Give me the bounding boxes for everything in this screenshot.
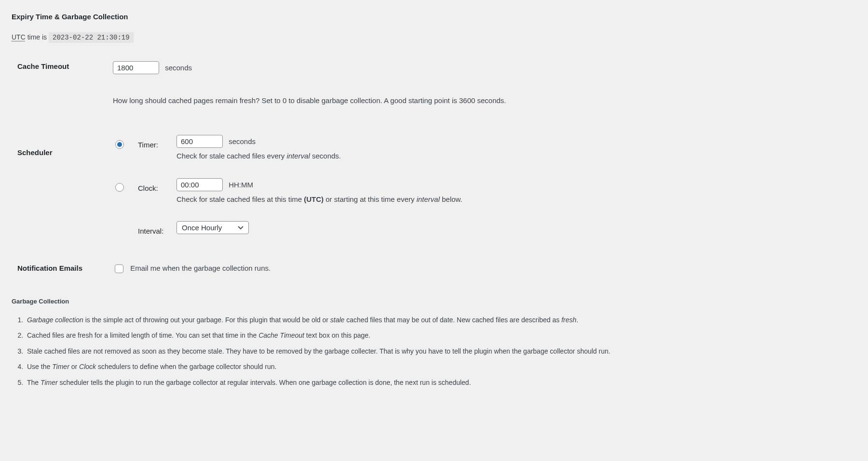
notification-emails-text: Email me when the garbage collection run… [130, 264, 271, 272]
scheduler-timer-radio[interactable] [115, 140, 124, 149]
cache-timeout-input[interactable] [113, 61, 159, 74]
list-item: Stale cached files are not removed as so… [25, 346, 856, 356]
cache-timeout-description: How long should cached pages remain fres… [113, 95, 852, 106]
notification-emails-label: Notification Emails [12, 242, 108, 279]
scheduler-label: Scheduler [12, 111, 108, 242]
scheduler-clock-radio[interactable] [115, 183, 124, 192]
scheduler-clock-help: Check for stale cached files at this tim… [176, 194, 462, 205]
scheduler-clock-unit: HH:MM [229, 181, 253, 189]
list-item: Cached files are fresh for a limited len… [25, 330, 856, 341]
scheduler-timer-label: Timer: [138, 135, 176, 178]
scheduler-interval-select[interactable]: Once Hourly [176, 221, 249, 234]
cache-timeout-unit: seconds [165, 64, 192, 72]
list-item: Garbage collection is the simple act of … [25, 315, 856, 325]
scheduler-clock-input[interactable] [176, 178, 223, 191]
utc-label: time is [26, 33, 49, 41]
cache-timeout-label: Cache Timeout [12, 56, 108, 111]
garbage-collection-heading: Garbage Collection [12, 297, 856, 306]
list-item: Use the Timer or Clock schedulers to def… [25, 361, 856, 372]
utc-time-value: 2023-02-22 21:30:19 [49, 32, 134, 43]
utc-abbr: UTC [12, 33, 26, 41]
list-item: The Timer scheduler tells the plugin to … [25, 377, 856, 388]
scheduler-clock-label: Clock: [138, 178, 176, 222]
notification-emails-option[interactable]: Email me when the garbage collection run… [113, 264, 271, 272]
scheduler-timer-input[interactable] [176, 135, 223, 148]
expiry-heading: Expiry Time & Garbage Collection [12, 12, 856, 23]
notification-emails-checkbox[interactable] [115, 264, 123, 273]
scheduler-timer-help: Check for stale cached files every inter… [176, 151, 462, 162]
utc-time-line: UTC time is 2023-02-22 21:30:19 [12, 32, 856, 43]
scheduler-timer-unit: seconds [229, 137, 256, 145]
scheduler-interval-label: Interval: [138, 221, 176, 237]
garbage-collection-list: Garbage collection is the simple act of … [25, 315, 856, 388]
